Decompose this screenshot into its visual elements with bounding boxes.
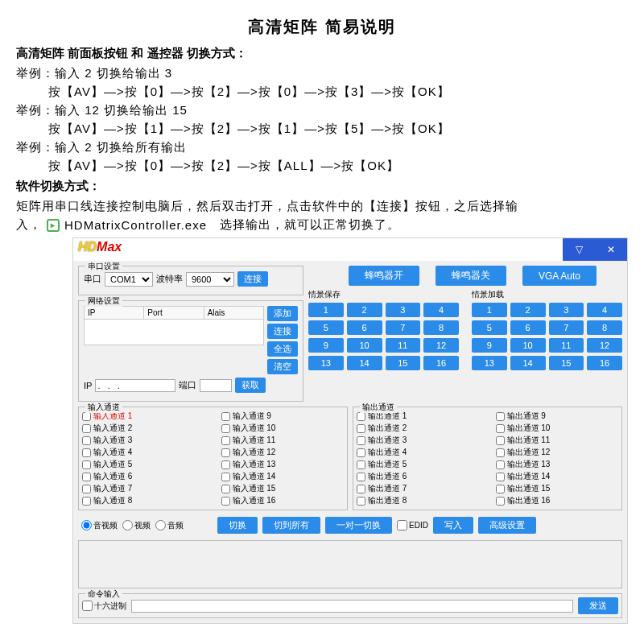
port-input[interactable] xyxy=(200,379,232,392)
ip-input[interactable] xyxy=(95,379,175,392)
advanced-button[interactable]: 高级设置 xyxy=(478,517,536,534)
serial-settings-group: 串口设置 串口 COM1 波特率 9600 连接 xyxy=(78,266,303,295)
write-button[interactable]: 写入 xyxy=(433,517,473,534)
scene-load-11[interactable]: 11 xyxy=(549,338,584,353)
input-channel-11[interactable]: 输入通道 11 xyxy=(221,435,345,446)
scene-save-4[interactable]: 4 xyxy=(423,303,459,317)
command-input[interactable] xyxy=(131,600,573,613)
scene-load-9[interactable]: 9 xyxy=(472,338,507,353)
scene-save-14[interactable]: 14 xyxy=(347,356,382,370)
net-clear-button[interactable]: 清空 xyxy=(267,359,298,374)
input-channel-9[interactable]: 输入通道 9 xyxy=(221,411,345,422)
scene-save-6[interactable]: 6 xyxy=(347,320,382,335)
radio-av[interactable]: 音视频 xyxy=(81,520,118,531)
input-channel-8[interactable]: 输入通道 8 xyxy=(82,495,205,506)
network-list[interactable] xyxy=(84,320,264,345)
one-to-one-button[interactable]: 一对一切换 xyxy=(325,517,392,534)
scene-save-2[interactable]: 2 xyxy=(347,303,382,317)
scene-load-13[interactable]: 13 xyxy=(472,356,507,370)
input-channel-16[interactable]: 输入通道 16 xyxy=(221,495,345,506)
output-channel-10[interactable]: 输出通道 10 xyxy=(496,423,619,434)
output-channel-4[interactable]: 输出通道 4 xyxy=(357,447,480,458)
output-channel-15[interactable]: 输出通道 15 xyxy=(496,483,619,494)
scene-load-8[interactable]: 8 xyxy=(587,320,622,335)
input-channel-15[interactable]: 输入通道 15 xyxy=(221,483,345,494)
network-settings-label: 网络设置 xyxy=(85,295,122,307)
buzzer-on-button[interactable]: 蜂鸣器开 xyxy=(349,266,419,286)
input-channel-10[interactable]: 输入通道 10 xyxy=(221,423,345,434)
net-add-button[interactable]: 添加 xyxy=(267,306,298,321)
section-heading-software: 软件切换方式： xyxy=(16,179,628,194)
input-channel-5[interactable]: 输入通道 5 xyxy=(82,459,205,470)
input-channel-3[interactable]: 输入通道 3 xyxy=(82,435,205,446)
input-channel-7[interactable]: 输入通道 7 xyxy=(82,483,205,494)
output-channel-7[interactable]: 输出通道 7 xyxy=(357,483,480,494)
input-channel-12[interactable]: 输入通道 12 xyxy=(221,447,345,458)
window-close-button[interactable]: ✕ xyxy=(595,238,627,261)
output-channel-3[interactable]: 输出通道 3 xyxy=(357,435,480,446)
radio-audio[interactable]: 音频 xyxy=(155,520,184,531)
input-channel-14[interactable]: 输入通道 14 xyxy=(221,471,345,482)
output-channel-2[interactable]: 输出通道 2 xyxy=(357,423,480,434)
baud-select[interactable]: 9600 xyxy=(186,272,234,287)
buzzer-off-button[interactable]: 蜂鸣器关 xyxy=(436,266,506,286)
output-channel-16[interactable]: 输出通道 16 xyxy=(496,495,619,506)
net-connect-button[interactable]: 连接 xyxy=(267,324,298,339)
vga-auto-button[interactable]: VGA Auto xyxy=(522,266,597,286)
exe-name: HDMatrixController.exe xyxy=(64,218,207,232)
output-channels-label: 输出通道 xyxy=(360,402,397,413)
net-get-button[interactable]: 获取 xyxy=(235,378,266,393)
input-channel-13[interactable]: 输入通道 13 xyxy=(221,459,345,470)
scene-save-1[interactable]: 1 xyxy=(308,303,344,317)
scene-save-group: 情景保存 12345678910111213141516 xyxy=(308,289,459,370)
scene-load-10[interactable]: 10 xyxy=(510,338,546,353)
scene-save-12[interactable]: 12 xyxy=(423,338,459,353)
input-channel-2[interactable]: 输入通道 2 xyxy=(82,423,205,434)
scene-save-15[interactable]: 15 xyxy=(386,356,421,370)
scene-load-16[interactable]: 16 xyxy=(587,356,622,370)
scene-save-3[interactable]: 3 xyxy=(386,303,421,317)
scene-load-14[interactable]: 14 xyxy=(510,356,546,370)
edid-checkbox[interactable]: EDID xyxy=(397,520,428,530)
output-channel-11[interactable]: 输出通道 11 xyxy=(496,435,619,446)
scene-save-5[interactable]: 5 xyxy=(308,320,344,335)
output-channel-12[interactable]: 输出通道 12 xyxy=(496,447,619,458)
window-minimize-button[interactable]: ▽ xyxy=(563,238,595,261)
scene-save-11[interactable]: 11 xyxy=(386,338,421,353)
scene-save-9[interactable]: 9 xyxy=(308,338,344,353)
output-channel-5[interactable]: 输出通道 5 xyxy=(357,459,480,470)
output-channel-6[interactable]: 输出通道 6 xyxy=(357,471,480,482)
scene-save-10[interactable]: 10 xyxy=(347,338,382,353)
scene-save-label: 情景保存 xyxy=(308,289,459,300)
scene-load-1[interactable]: 1 xyxy=(472,303,507,317)
scene-save-8[interactable]: 8 xyxy=(423,320,459,335)
right-panel: 蜂鸣器开 蜂鸣器关 VGA Auto 情景保存 1234567891011121… xyxy=(308,266,622,402)
serial-connect-button[interactable]: 连接 xyxy=(237,271,268,287)
output-channel-9[interactable]: 输出通道 9 xyxy=(496,411,619,422)
input-channel-6[interactable]: 输入通道 6 xyxy=(82,471,205,482)
radio-video[interactable]: 视频 xyxy=(122,520,151,531)
scene-load-7[interactable]: 7 xyxy=(549,320,584,335)
switch-all-button[interactable]: 切到所有 xyxy=(262,517,320,534)
output-channel-13[interactable]: 输出通道 13 xyxy=(496,459,619,470)
scene-load-15[interactable]: 15 xyxy=(549,356,584,370)
scene-save-7[interactable]: 7 xyxy=(386,320,421,335)
scene-save-13[interactable]: 13 xyxy=(308,356,344,370)
input-channels-group: 输入通道 输入通道 1输入通道 9输入通道 2输入通道 10输入通道 3输入通道… xyxy=(78,407,348,510)
net-selectall-button[interactable]: 全选 xyxy=(267,341,298,357)
col-ip: IP xyxy=(85,307,144,319)
scene-save-16[interactable]: 16 xyxy=(423,356,459,370)
send-button[interactable]: 发送 xyxy=(578,597,618,614)
scene-load-3[interactable]: 3 xyxy=(549,303,584,317)
scene-load-6[interactable]: 6 xyxy=(510,320,546,335)
input-channel-4[interactable]: 输入通道 4 xyxy=(82,447,205,458)
scene-load-12[interactable]: 12 xyxy=(587,338,622,353)
scene-load-5[interactable]: 5 xyxy=(472,320,507,335)
scene-load-2[interactable]: 2 xyxy=(510,303,546,317)
output-channel-8[interactable]: 输出通道 8 xyxy=(357,495,480,506)
scene-load-4[interactable]: 4 xyxy=(587,303,622,317)
switch-button[interactable]: 切换 xyxy=(217,517,258,534)
output-channel-14[interactable]: 输出通道 14 xyxy=(496,471,619,482)
hex-checkbox[interactable]: 十六进制 xyxy=(82,601,126,612)
serial-port-select[interactable]: COM1 xyxy=(105,272,153,287)
